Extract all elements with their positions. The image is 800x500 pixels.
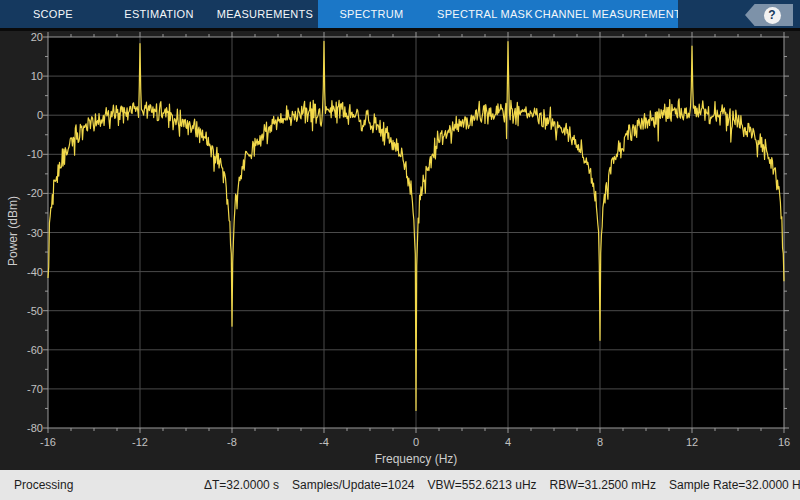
- x-tick-label: -16: [40, 436, 56, 448]
- spectrum-analyzer-window: SCOPE ESTIMATION MEASUREMENTS SPECTRUM S…: [0, 0, 800, 500]
- x-tick-label: 12: [686, 436, 698, 448]
- status-bar: Processing ΔT=32.0000 s Samples/Update=1…: [0, 470, 800, 500]
- y-tick-label: 10: [0, 70, 43, 82]
- y-tick-label: -10: [0, 148, 43, 160]
- status-samples-per-update: Samples/Update=1024: [292, 478, 414, 492]
- x-tick-label: -4: [319, 436, 329, 448]
- y-tick-label: -60: [0, 344, 43, 356]
- x-tick-label: -8: [227, 436, 237, 448]
- toolbar-tabstrip: SCOPE ESTIMATION MEASUREMENTS SPECTRUM S…: [0, 0, 800, 28]
- status-rbw: RBW=31.2500 mHz: [550, 478, 656, 492]
- tab-scope[interactable]: SCOPE: [0, 0, 106, 28]
- x-tick-label: -12: [132, 436, 148, 448]
- x-tick-label: 4: [505, 436, 511, 448]
- x-tick-label: 8: [597, 436, 603, 448]
- tab-spectral-mask[interactable]: SPECTRAL MASK: [425, 0, 545, 28]
- spectrum-plot-figure[interactable]: -16-12-8-4048121620100-10-20-30-40-50-60…: [0, 31, 800, 470]
- x-axis-label: Frequency (Hz): [296, 452, 536, 466]
- help-icon: ?: [764, 7, 781, 24]
- status-sample-rate: Sample Rate=32.0000 Hz: [669, 478, 800, 492]
- y-tick-label: -50: [0, 305, 43, 317]
- x-tick-label: 16: [778, 436, 790, 448]
- status-vbw: VBW=552.6213 uHz: [428, 478, 537, 492]
- y-tick-label: 20: [0, 31, 43, 43]
- y-tick-label: -70: [0, 383, 43, 395]
- tab-channel-measurements[interactable]: CHANNEL MEASUREMENTS: [545, 0, 678, 28]
- help-button[interactable]: ?: [745, 4, 793, 26]
- status-state: Processing: [14, 478, 204, 492]
- tab-measurements[interactable]: MEASUREMENTS: [212, 0, 318, 28]
- y-tick-label: 0: [0, 109, 43, 121]
- status-delta-t: ΔT=32.0000 s: [204, 478, 279, 492]
- tab-estimation[interactable]: ESTIMATION: [106, 0, 212, 28]
- y-axis-label: Power (dBm): [6, 171, 20, 291]
- spectrum-plot-canvas: [0, 31, 800, 470]
- x-tick-label: 0: [413, 436, 419, 448]
- y-tick-label: -80: [0, 422, 43, 434]
- tab-spectrum[interactable]: SPECTRUM: [318, 0, 425, 28]
